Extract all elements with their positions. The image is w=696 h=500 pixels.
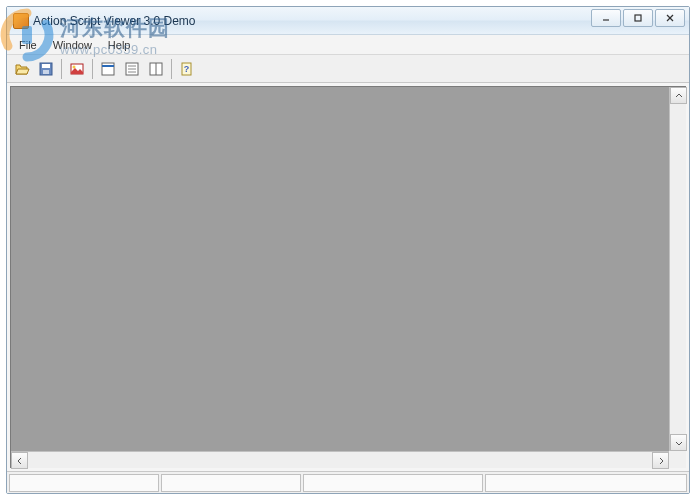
svg-rect-6 (43, 70, 49, 74)
status-panel-2 (161, 474, 301, 492)
image-button[interactable] (66, 58, 88, 80)
mdi-client-area (10, 86, 686, 468)
svg-rect-1 (635, 15, 641, 21)
maximize-icon (633, 13, 643, 23)
view3-button[interactable] (145, 58, 167, 80)
toolbar: ? (7, 55, 689, 83)
toolbar-separator (61, 59, 62, 79)
list-icon (124, 61, 140, 77)
statusbar (7, 471, 689, 493)
panel-icon (148, 61, 164, 77)
help-button[interactable]: ? (176, 58, 198, 80)
svg-text:?: ? (184, 64, 190, 74)
minimize-button[interactable] (591, 9, 621, 27)
view1-button[interactable] (97, 58, 119, 80)
client-wrap (7, 83, 689, 471)
save-button[interactable] (35, 58, 57, 80)
scroll-right-button[interactable] (652, 452, 669, 469)
chevron-down-icon (675, 439, 683, 447)
view2-button[interactable] (121, 58, 143, 80)
window-controls (591, 9, 685, 27)
status-panel-4 (485, 474, 687, 492)
svg-rect-9 (102, 63, 114, 75)
chevron-left-icon (16, 457, 24, 465)
view-icon (100, 61, 116, 77)
status-panel-3 (303, 474, 483, 492)
app-icon (13, 13, 29, 29)
chevron-up-icon (675, 92, 683, 100)
menubar: File Window Help (7, 35, 689, 55)
status-panel-1 (9, 474, 159, 492)
scroll-down-button[interactable] (670, 434, 687, 451)
scroll-up-button[interactable] (670, 87, 687, 104)
window-title: Action Script Viewer 3.0 Demo (33, 14, 196, 28)
vertical-scrollbar[interactable] (669, 87, 686, 451)
close-button[interactable] (655, 9, 685, 27)
menu-window[interactable]: Window (45, 37, 100, 53)
maximize-button[interactable] (623, 9, 653, 27)
app-window: Action Script Viewer 3.0 Demo File Windo… (6, 6, 690, 494)
menu-file[interactable]: File (11, 37, 45, 53)
open-icon (14, 61, 30, 77)
toolbar-separator (92, 59, 93, 79)
image-icon (69, 61, 85, 77)
close-icon (665, 13, 675, 23)
toolbar-separator (171, 59, 172, 79)
open-button[interactable] (11, 58, 33, 80)
scroll-track[interactable] (670, 104, 686, 434)
titlebar[interactable]: Action Script Viewer 3.0 Demo (7, 7, 689, 35)
horizontal-scrollbar[interactable] (11, 451, 669, 468)
svg-rect-5 (42, 64, 50, 68)
minimize-icon (601, 13, 611, 23)
save-icon (38, 61, 54, 77)
scroll-corner (669, 451, 686, 468)
chevron-right-icon (657, 457, 665, 465)
scroll-left-button[interactable] (11, 452, 28, 469)
help-icon: ? (179, 61, 195, 77)
scroll-track[interactable] (28, 452, 652, 468)
menu-help[interactable]: Help (100, 37, 139, 53)
